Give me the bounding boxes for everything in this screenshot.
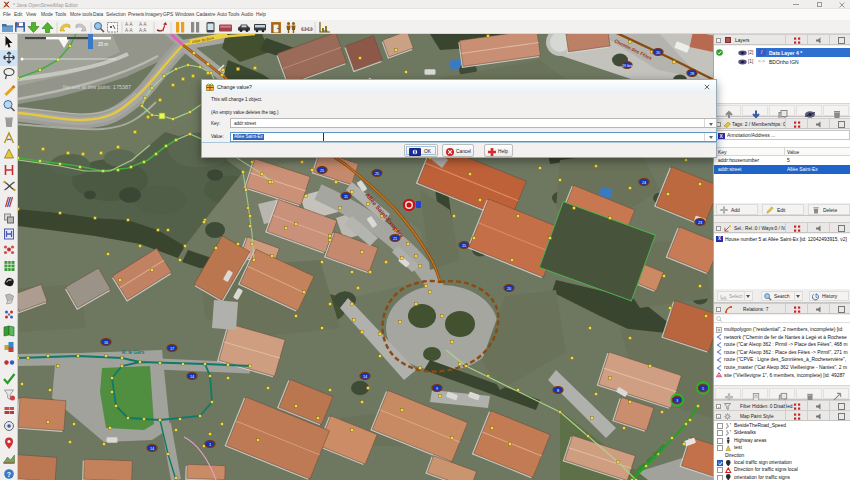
svg-text:No exit at this point: 175387: No exit at this point: 175387 bbox=[63, 84, 131, 90]
svg-text:14: 14 bbox=[150, 447, 154, 451]
svg-text:11: 11 bbox=[344, 195, 348, 199]
svg-text:20: 20 bbox=[507, 287, 511, 291]
svg-text:28: 28 bbox=[690, 72, 694, 76]
svg-text:A·A: A·A bbox=[125, 28, 133, 33]
svg-text:A·A: A·A bbox=[139, 22, 147, 27]
svg-text:21: 21 bbox=[393, 237, 397, 241]
svg-text:5: 5 bbox=[702, 387, 704, 391]
svg-text:?: ? bbox=[7, 471, 11, 478]
svg-text:3: 3 bbox=[676, 399, 678, 403]
svg-text:20: 20 bbox=[656, 51, 660, 55]
svg-text:17: 17 bbox=[170, 347, 174, 351]
svg-text:8: 8 bbox=[557, 389, 559, 393]
svg-text:19 bis: 19 bis bbox=[622, 64, 632, 68]
svg-text:A·A: A·A bbox=[125, 22, 133, 27]
svg-text:25: 25 bbox=[375, 172, 379, 176]
svg-text:A:A: A:A bbox=[139, 28, 146, 33]
svg-text:16: 16 bbox=[104, 341, 108, 345]
svg-text:14: 14 bbox=[363, 375, 367, 379]
svg-text:20 m: 20 m bbox=[98, 42, 108, 47]
svg-text:9: 9 bbox=[436, 387, 438, 391]
svg-text:R. le Gers: R. le Gers bbox=[122, 350, 145, 355]
svg-text:1: 1 bbox=[209, 443, 211, 447]
svg-text:15: 15 bbox=[462, 244, 466, 248]
svg-text:24: 24 bbox=[642, 181, 646, 185]
svg-text:14: 14 bbox=[190, 375, 194, 379]
svg-text:23: 23 bbox=[698, 221, 702, 225]
svg-text:lou: lou bbox=[323, 29, 328, 33]
svg-text:25: 25 bbox=[320, 169, 324, 173]
svg-text:ω: ω bbox=[307, 24, 313, 33]
